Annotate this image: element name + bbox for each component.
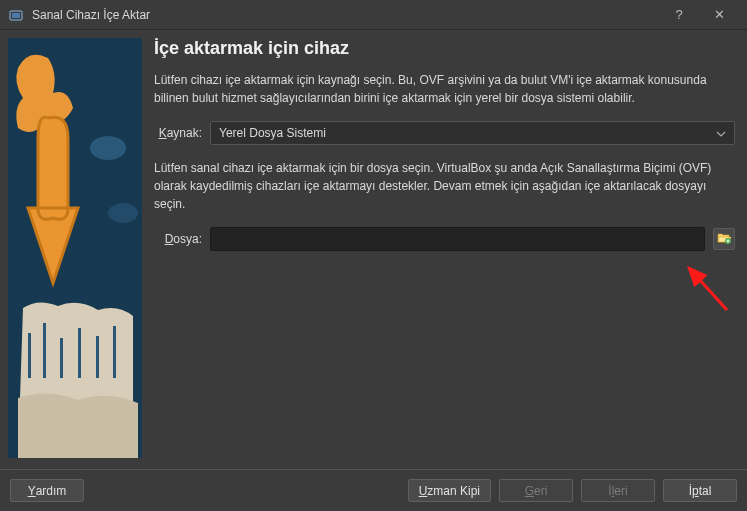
page-heading: İçe aktarmak için cihaz bbox=[154, 38, 735, 59]
svg-point-4 bbox=[108, 203, 138, 223]
back-button: Geri bbox=[499, 479, 573, 502]
file-label: Dosya: bbox=[154, 232, 202, 246]
close-button[interactable]: ✕ bbox=[699, 0, 739, 30]
expert-mode-button[interactable]: Uzman Kipi bbox=[408, 479, 491, 502]
next-button: İleri bbox=[581, 479, 655, 502]
source-label: Kaynak: bbox=[154, 126, 202, 140]
source-row: Kaynak: Yerel Dosya Sistemi bbox=[154, 121, 735, 145]
folder-open-icon bbox=[716, 230, 732, 249]
app-icon bbox=[8, 7, 24, 23]
help-button-footer[interactable]: Yardım bbox=[10, 479, 84, 502]
chevron-down-icon bbox=[716, 126, 726, 140]
svg-rect-9 bbox=[96, 336, 99, 378]
main-area: İçe aktarmak için cihaz Lütfen cihazı iç… bbox=[0, 30, 747, 460]
wizard-illustration bbox=[8, 38, 142, 458]
svg-rect-8 bbox=[78, 328, 81, 378]
svg-rect-6 bbox=[43, 323, 46, 378]
titlebar: Sanal Cihazı İçe Aktar ? ✕ bbox=[0, 0, 747, 30]
file-input[interactable] bbox=[210, 227, 705, 251]
window-title: Sanal Cihazı İçe Aktar bbox=[32, 8, 659, 22]
cancel-button[interactable]: İptal bbox=[663, 479, 737, 502]
file-row: Dosya: bbox=[154, 227, 735, 251]
source-select[interactable]: Yerel Dosya Sistemi bbox=[210, 121, 735, 145]
intro-text: Lütfen cihazı içe aktarmak için kaynağı … bbox=[154, 71, 735, 107]
browse-button[interactable] bbox=[713, 228, 735, 250]
svg-rect-7 bbox=[60, 338, 63, 378]
content-panel: İçe aktarmak için cihaz Lütfen cihazı iç… bbox=[154, 38, 739, 460]
svg-rect-10 bbox=[113, 326, 116, 378]
svg-point-3 bbox=[90, 136, 126, 160]
help-button[interactable]: ? bbox=[659, 0, 699, 30]
source-value: Yerel Dosya Sistemi bbox=[219, 126, 326, 140]
svg-rect-1 bbox=[12, 13, 20, 18]
svg-rect-5 bbox=[28, 333, 31, 378]
file-help-text: Lütfen sanal cihazı içe aktarmak için bi… bbox=[154, 159, 735, 213]
footer: Yardım Uzman Kipi Geri İleri İptal bbox=[0, 469, 747, 511]
